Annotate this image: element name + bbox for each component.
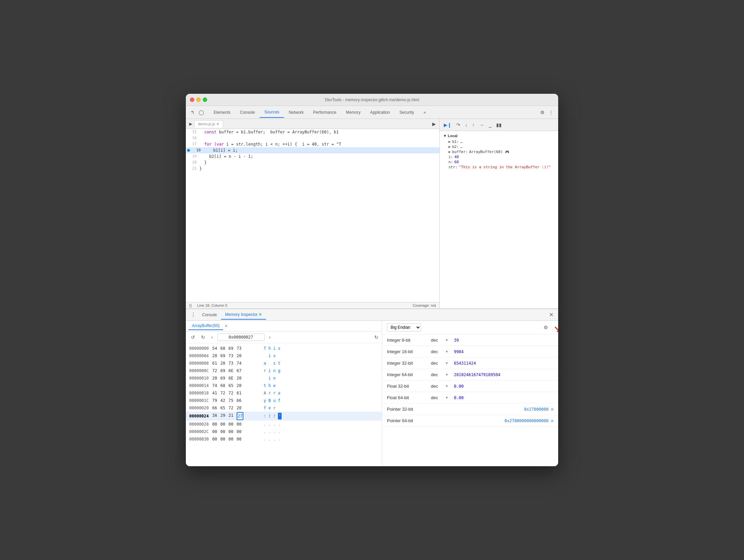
hex-row-20: 00000020 66 65 72 20 f e r: [186, 404, 382, 412]
var-b1[interactable]: ▶ b1: …: [443, 139, 555, 144]
tab-console[interactable]: Console: [235, 107, 260, 117]
hex-row-30: 00000030 00 00 00 00 . . . .: [186, 435, 382, 443]
step-into-button[interactable]: ↓: [464, 122, 469, 128]
address-input[interactable]: [217, 333, 265, 341]
undo-nav-button[interactable]: ↺: [189, 334, 197, 341]
var-i[interactable]: i: 40: [443, 154, 555, 159]
more-menu-icon[interactable]: ⋮: [547, 108, 555, 116]
tab-performance[interactable]: Performance: [308, 107, 341, 117]
code-line-19: 19 b2[i] = n - i - 1;: [186, 153, 439, 159]
var-n[interactable]: n: 60: [443, 159, 555, 165]
arrow-down-annotation: ↘: [553, 324, 558, 335]
refresh-button[interactable]: ↻: [374, 335, 378, 340]
traffic-lights: [190, 98, 207, 102]
hex-row-18: 00000018 41 72 72 61 A r r a: [186, 389, 382, 397]
tab-network[interactable]: Network: [284, 107, 308, 117]
status-bar: {} Line 18, Column 5 Coverage: n/a: [186, 302, 439, 308]
more-panel-menu[interactable]: ⋮: [189, 311, 198, 319]
value-header: Big Endian Little Endian ⚙ ↘: [382, 321, 558, 335]
debug-locals-section: ▼ Local ▶ b1: … ▶ b2: … ▶ buffer: ArrayB…: [440, 131, 558, 172]
source-panel: ▶ demo-js.js ✕ ▶ 15 const buffer = b1.bu…: [186, 119, 440, 308]
deactivate-breakpoints-button[interactable]: ⎯: [487, 122, 493, 128]
source-file-tab[interactable]: demo-js.js ✕: [194, 120, 223, 128]
tab-console-bottom[interactable]: Console: [198, 310, 221, 319]
code-line-17: 17 for (var i = str.length; i < n; ++i) …: [186, 141, 439, 147]
value-row-float64: Float 64-bit dec ▼ 0.00: [382, 392, 558, 404]
prev-page-button[interactable]: ‹: [210, 334, 215, 341]
next-page-button[interactable]: ›: [267, 334, 272, 341]
value-panel: Big Endian Little Endian ⚙ ↘ Integer 8-b…: [382, 321, 558, 466]
value-row-int16: Integer 16-bit dec ▼ 9984: [382, 346, 558, 358]
devtools-icons: ↰ ◯: [189, 108, 206, 116]
source-panel-icon[interactable]: ▶: [187, 120, 194, 128]
debug-panel: ▶❙ ↷ ↓ ↑ → ⎯ ▮▮ ▼ Local ▶ b1: … ▶ b2: …: [440, 119, 558, 308]
code-line-18: 18 b1[i] = i;: [186, 147, 439, 153]
endian-select[interactable]: Big Endian Little Endian: [387, 323, 421, 331]
code-line-16: 16: [186, 135, 439, 141]
pointer64-link[interactable]: 0x2700000000000000 ⊙: [505, 418, 554, 423]
var-buffer[interactable]: ▶ buffer: ArrayBuffer(60) 🎮: [443, 149, 555, 154]
step-over-button[interactable]: ↷: [455, 122, 462, 128]
value-row-ptr64: Pointer 64-bit 0x2700000000000000 ⊙: [382, 415, 558, 427]
hex-row-0: 00000000 54 68 69 73 T h i s: [186, 345, 382, 352]
pointer32-link[interactable]: 0x27000000 ⊙: [524, 407, 553, 412]
source-code-area[interactable]: 15 const buffer = b1.buffer; buffer = Ar…: [186, 129, 439, 302]
value-settings-button[interactable]: ⚙: [544, 325, 548, 330]
tab-memory-inspector[interactable]: Memory Inspector ✕: [221, 310, 266, 320]
step-button[interactable]: →: [478, 122, 485, 128]
tab-memory[interactable]: Memory: [341, 107, 365, 117]
value-row-float32: Float 32-bit dec ▼ 0.00: [382, 381, 558, 392]
tab-security[interactable]: Security: [395, 107, 419, 117]
more-tabs-button[interactable]: »: [419, 107, 431, 117]
var-str[interactable]: str: "This is a string in the ArrayBuffe…: [443, 165, 555, 170]
settings-icon[interactable]: ⚙: [538, 108, 547, 116]
value-row-int64: Integer 64-bit dec ▼ 2810246167479189504: [382, 369, 558, 381]
device-icon[interactable]: ◯: [197, 108, 206, 116]
value-row-int32: Integer 32-bit dec ▼ 654311424: [382, 358, 558, 369]
hex-row-c: 0000000C 72 69 6E 67 r i n g: [186, 367, 382, 374]
tab-sources[interactable]: Sources: [260, 107, 284, 118]
hex-content[interactable]: 00000000 54 68 69 73 T h i s: [186, 343, 382, 466]
close-bottom-panel[interactable]: ✕: [547, 311, 555, 319]
devtools-main: ▶ demo-js.js ✕ ▶ 15 const buffer = b1.bu…: [186, 119, 558, 308]
devtools-window: DevTools - memory-inspector.glitch.me/de…: [186, 94, 558, 466]
hex-panel: ArrayBuffer(60) ✕ ↺ ↻ ‹ › ↻ 00000000: [186, 321, 382, 466]
close-button[interactable]: [190, 98, 194, 102]
value-row-int8: Integer 8-bit dec ▼ 39: [382, 335, 558, 346]
source-run-icon[interactable]: ▶: [430, 120, 438, 128]
selected-byte[interactable]: 27: [237, 412, 243, 420]
cursor-icon[interactable]: ↰: [189, 108, 197, 116]
code-line-20: 20 }: [186, 159, 439, 166]
maximize-button[interactable]: [203, 98, 207, 102]
minimize-button[interactable]: [196, 98, 201, 102]
pause-exceptions-button[interactable]: ▮▮: [495, 122, 503, 128]
var-b2[interactable]: ▶ b2: …: [443, 144, 555, 149]
source-tab-close[interactable]: ✕: [216, 122, 219, 126]
hex-row-2c: 0000002C 00 00 00 00 . . . .: [186, 428, 382, 435]
memory-inspector-body: ArrayBuffer(60) ✕ ↺ ↻ ‹ › ↻ 00000000: [186, 321, 558, 466]
redo-nav-button[interactable]: ↻: [199, 334, 207, 341]
locals-title: ▼ Local: [443, 134, 555, 138]
step-out-button[interactable]: ↑: [471, 122, 476, 128]
debug-toolbar: ▶❙ ↷ ↓ ↑ → ⎯ ▮▮: [440, 119, 558, 131]
hex-row-8: 00000008 61 20 73 74 a s t: [186, 360, 382, 367]
breakpoint-indicator: [187, 149, 190, 152]
titlebar: DevTools - memory-inspector.glitch.me/de…: [186, 94, 558, 106]
tab-elements[interactable]: Elements: [209, 107, 235, 117]
arraybuffer-tab[interactable]: ArrayBuffer(60): [189, 322, 223, 330]
code-line-15: 15 const buffer = b1.buffer; buffer = Ar…: [186, 129, 439, 135]
coverage-status: Coverage: n/a: [413, 303, 436, 307]
arraybuffer-tab-close[interactable]: ✕: [224, 324, 228, 328]
hex-row-1c: 0000001C 79 42 75 66 y B u f: [186, 397, 382, 404]
hex-row-4: 00000004 20 69 73 20 i s: [186, 352, 382, 360]
source-tab-bar: ▶ demo-js.js ✕ ▶: [186, 119, 439, 129]
devtools-tab-bar: ↰ ◯ Elements Console Sources Network Per…: [186, 106, 558, 119]
resume-button[interactable]: ▶❙: [442, 122, 453, 128]
hex-subtab-bar: ArrayBuffer(60) ✕: [186, 321, 382, 331]
hex-row-14: 00000014 74 68 65 20 t h e: [186, 382, 382, 389]
tab-application[interactable]: Application: [365, 107, 395, 117]
source-filename: demo-js.js: [198, 122, 215, 126]
value-row-ptr32: Pointer 32-bit 0x27000000 ⊙: [382, 404, 558, 415]
braces-icon: {}: [189, 303, 192, 307]
bottom-panel: ⋮ Console Memory Inspector ✕ ✕ ArrayBuff…: [186, 308, 558, 466]
